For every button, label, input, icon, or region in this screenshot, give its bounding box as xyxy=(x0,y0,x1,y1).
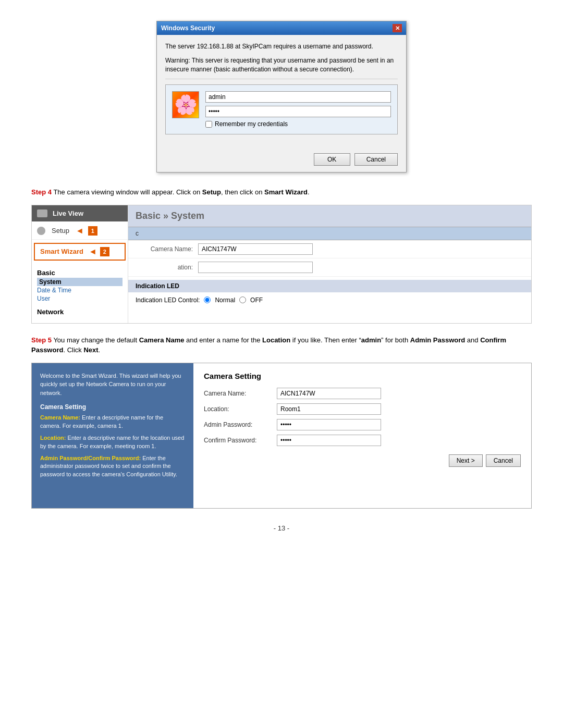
wizard-item2: Location: Enter a descriptive name for t… xyxy=(40,434,185,450)
wizard-section-title: Camera Setting xyxy=(40,403,185,411)
camera-sidebar: Live View Setup ◄ 1 Smart Wizard ◄ 2 Bas… xyxy=(32,205,128,323)
credentials-area: Remember my credentials xyxy=(165,84,398,134)
step5-bold3: admin xyxy=(361,336,381,344)
sidebar-setup-row[interactable]: Setup ◄ 1 xyxy=(32,223,128,240)
close-button[interactable]: ✕ xyxy=(393,24,402,32)
sidebar-live-view[interactable]: Live View xyxy=(32,205,128,221)
off-label: OFF xyxy=(250,297,263,304)
item2-label: Location: xyxy=(40,435,66,441)
wizard-buttons: Next > Cancel xyxy=(204,454,521,467)
wizard-camera-name-row: Camera Name: xyxy=(204,388,521,399)
message1: The server 192.168.1.88 at SkyIPCam requ… xyxy=(165,42,398,51)
camera-icon xyxy=(37,209,47,217)
arrow1-icon: ◄ xyxy=(76,226,84,236)
location-input[interactable] xyxy=(198,262,313,273)
step5-bold2: Location xyxy=(262,336,290,344)
camera-main-header: Basic » System xyxy=(128,205,531,227)
wizard-intro: Welcome to the Smart Wizard. This wizard… xyxy=(40,372,185,398)
live-view-label: Live View xyxy=(53,209,83,217)
wizard-confirm-password-row: Confirm Password: xyxy=(204,435,521,446)
wizard-location-label: Location: xyxy=(204,405,277,413)
section-bar: c xyxy=(128,227,531,240)
wizard-camera-name-label: Camera Name: xyxy=(204,390,277,397)
off-radio[interactable] xyxy=(239,297,246,303)
camera-name-input[interactable] xyxy=(198,243,313,255)
credentials-fields: Remember my credentials xyxy=(205,91,391,128)
location-label: ation: xyxy=(136,264,193,271)
normal-label: Normal xyxy=(215,297,235,304)
date-time-link[interactable]: Date & Time xyxy=(37,286,123,294)
camera-main-content: Basic » System c Camera Name: ation: Ind… xyxy=(128,205,531,323)
page-footer: - 13 - xyxy=(31,524,532,532)
wizard-admin-password-row: Admin Password: xyxy=(204,419,521,430)
wizard-location-row: Location: xyxy=(204,403,521,415)
wizard-camera-name-input[interactable] xyxy=(277,388,381,399)
separator xyxy=(165,79,398,79)
item1-label: Camera Name: xyxy=(40,414,80,421)
indication-section: Indication LED xyxy=(128,280,531,292)
next-button[interactable]: Next > xyxy=(449,454,483,467)
camera-name-row: Camera Name: xyxy=(128,240,531,258)
remember-checkbox[interactable] xyxy=(205,121,212,128)
dialog-buttons: OK Cancel xyxy=(157,149,406,172)
system-link[interactable]: System xyxy=(37,278,123,286)
indication-control-row: Indication LED Control: Normal OFF xyxy=(128,292,531,308)
windows-security-dialog: Windows Security ✕ The server 192.168.1.… xyxy=(156,21,407,172)
wizard-right-panel: Camera Setting Camera Name: Location: Ad… xyxy=(193,363,531,508)
step5-bold6: Next xyxy=(83,346,98,354)
indication-control-label: Indication LED Control: xyxy=(136,297,200,304)
network-label: Network xyxy=(32,306,128,318)
password-input[interactable] xyxy=(205,106,391,117)
remember-label: Remember my credentials xyxy=(215,120,288,128)
cancel-button[interactable]: Cancel xyxy=(354,153,398,166)
user-link[interactable]: User xyxy=(37,294,123,303)
wizard-item3: Admin Password/Confirm Password: Enter t… xyxy=(40,454,185,478)
smart-wizard-row[interactable]: Smart Wizard ◄ 2 xyxy=(34,243,126,261)
step4-bold2: Smart Wizard xyxy=(264,188,308,196)
camera-panel: Live View Setup ◄ 1 Smart Wizard ◄ 2 Bas… xyxy=(31,205,532,324)
main-subtitle-separator: » xyxy=(163,211,171,221)
item3-label: Admin Password/Confirm Password: xyxy=(40,455,141,461)
wizard-right-title: Camera Setting xyxy=(204,372,521,380)
wizard-cancel-button[interactable]: Cancel xyxy=(486,454,521,467)
wizard-left-panel: Welcome to the Smart Wizard. This wizard… xyxy=(32,363,193,508)
wizard-location-input[interactable] xyxy=(277,403,381,415)
step5-bold4: Admin Password xyxy=(410,336,465,344)
wizard-confirm-password-input[interactable] xyxy=(277,435,381,446)
sidebar-nav: Basic System Date & Time User xyxy=(32,264,128,306)
step4-label: Step 4 xyxy=(31,188,52,196)
page-number: - 13 - xyxy=(274,524,289,532)
basic-section-title: Basic xyxy=(37,269,123,277)
wizard-panel: Welcome to the Smart Wizard. This wizard… xyxy=(31,363,532,509)
step5-text: Step 5 You may change the default Camera… xyxy=(31,335,532,355)
setup-icon xyxy=(37,227,45,235)
wizard-admin-password-input[interactable] xyxy=(277,419,381,430)
smart-wizard-label: Smart Wizard xyxy=(40,248,83,255)
username-input[interactable] xyxy=(205,91,391,103)
wizard-item1: Camera Name: Enter a descriptive name fo… xyxy=(40,414,185,430)
step5-bold1: Camera Name xyxy=(139,336,185,344)
main-title: Basic xyxy=(136,211,161,221)
location-row: ation: xyxy=(128,258,531,277)
step4-text: Step 4 The camera viewing window will ap… xyxy=(31,187,532,198)
wizard-admin-password-label: Admin Password: xyxy=(204,421,277,428)
dialog-title: Windows Security xyxy=(161,24,215,32)
badge2: 2 xyxy=(100,247,109,256)
ok-button[interactable]: OK xyxy=(314,153,350,166)
arrow2-icon: ◄ xyxy=(89,247,97,256)
message2: Warning: This server is requesting that … xyxy=(165,56,398,74)
step5-label: Step 5 xyxy=(31,336,52,344)
wizard-confirm-password-label: Confirm Password: xyxy=(204,437,277,444)
normal-radio[interactable] xyxy=(204,297,211,303)
dialog-title-bar: Windows Security ✕ xyxy=(157,21,406,35)
indication-led-title: Indication LED xyxy=(136,282,179,290)
flower-icon xyxy=(172,91,199,118)
step4-bold1: Setup xyxy=(202,188,221,196)
camera-name-label: Camera Name: xyxy=(136,245,193,253)
remember-row: Remember my credentials xyxy=(205,120,391,128)
main-subtitle: System xyxy=(171,211,204,221)
badge1: 1 xyxy=(88,226,97,236)
setup-label: Setup xyxy=(52,227,69,235)
